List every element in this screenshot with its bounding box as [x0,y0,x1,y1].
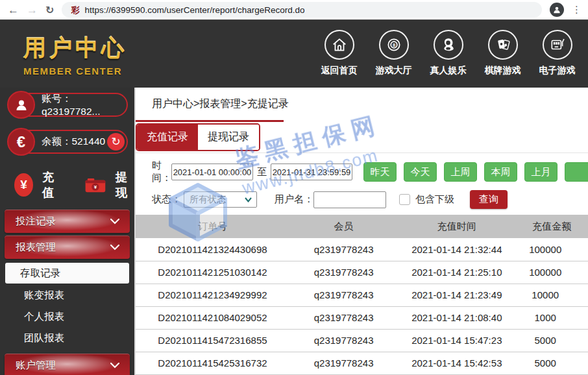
balance-pill: € 余额：521440 ↻ [8,130,128,154]
sidebar-item-personal-report[interactable]: 个人报表 [5,306,130,328]
username-label: 用户名： [275,193,313,206]
sidebar-item-account-change-report[interactable]: 账变报表 [5,285,130,306]
wallet-icon: ¥ [84,175,106,195]
coin-icon: € [7,128,35,156]
main-content: 用户中心>报表管理>充提记录 充值记录 提现记录 时间： 至 昨天 今天 [134,88,588,375]
this-week-button[interactable]: 本周 [484,162,517,182]
slot-machine-icon [543,30,572,60]
balance-label: 余额：521440 [42,135,105,149]
nav-item-live[interactable]: 真人娱乐 [423,30,474,77]
table-row: D2021011415472316855 q2319778243 2021-01… [136,329,588,352]
svg-text:8: 8 [392,42,395,48]
today-button[interactable]: 今天 [404,162,437,182]
wallet-actions: ¥ 充值 ¥ 提现 [14,169,134,200]
browser-profile-icon[interactable] [550,3,564,17]
status-label: 状态： [152,193,181,206]
sidebar-item-bet-records[interactable]: 投注记录 [5,210,130,233]
quick-range-buttons: 昨天 今天 上周 本周 上月 [363,162,588,182]
sidebar-item-report-mgmt[interactable]: 报表管理 [5,236,130,259]
browser-menu-icon[interactable]: ⋮ [572,4,582,16]
browser-bar: ← → ↻ 彩 https://6399590.com/userCenter/r… [0,0,588,19]
username-input[interactable] [313,191,386,208]
url-text: https://6399590.com/userCenter/report/ch… [84,5,304,15]
table-row: D2021011421251030142 q2319778243 2021-01… [136,261,588,284]
chevron-down-icon [110,245,119,250]
nav-item-slots[interactable]: 电子游戏 [532,30,583,77]
yen-icon: ¥ [14,173,33,197]
logo-title: 用户中心 [23,33,127,64]
site-logo: 用户中心 MEMBER CENTER [23,33,127,77]
user-icon [7,91,35,119]
deposit-button[interactable]: 充值 [42,169,61,200]
cards-icon [488,30,518,60]
forward-icon[interactable]: → [27,5,38,16]
last-week-button[interactable]: 上周 [444,162,477,182]
status-select[interactable]: 所有状态 [184,191,257,208]
column-order-no: 订单号 [136,215,289,238]
account-label: 账号：q23197782... [42,92,127,117]
include-subordinates-checkbox[interactable] [399,194,410,205]
sidebar-item-team-report[interactable]: 团队报表 [5,328,130,349]
column-member: 会员 [289,215,398,238]
sidebar: 账号：q23197782... € 余额：521440 ↻ ¥ 充值 ¥ 提现 … [0,88,134,375]
time-from-input[interactable] [171,163,253,180]
nav-item-lobby[interactable]: 8 游戏大厅 [368,30,419,77]
select-caret-icon [245,197,252,202]
live-dealer-icon [434,30,463,60]
address-bar[interactable]: 彩 https://6399590.com/userCenter/report/… [62,2,542,18]
filter-panel: 时间： 至 昨天 今天 上周 本周 上月 状态： [136,153,588,209]
sidebar-menu: 投注记录 报表管理 存取记录 账变报表 个人报表 团队报表 [0,210,134,375]
app-window: ← → ↻ 彩 https://6399590.com/userCenter/r… [0,0,588,375]
include-subordinates-label: 包含下级 [415,193,454,206]
search-button[interactable]: 查询 [470,190,508,209]
table-row: D2021011421324430698 q2319778243 2021-01… [136,238,588,261]
page: 用户中心 MEMBER CENTER 返回首页 8 游戏大厅 [0,19,588,375]
nav-item-home[interactable]: 返回首页 [313,30,365,77]
sidebar-item-account-mgmt[interactable]: 账户管理 [5,354,130,375]
withdraw-button[interactable]: 提现 [116,169,134,200]
last-month-button[interactable]: 上月 [524,162,557,182]
site-nav: 返回首页 8 游戏大厅 真人娱乐 [313,30,583,77]
tab-strip: 充值记录 提现记录 [136,122,588,153]
site-favicon-icon: 彩 [71,6,79,14]
reload-icon[interactable]: ↻ [45,4,54,16]
site-header: 用户中心 MEMBER CENTER 返回首页 8 游戏大厅 [0,19,588,88]
table-header-row: 订单号 会员 充值时间 充值金额 [136,215,588,238]
tab-charge-records[interactable]: 充值记录 [137,125,198,150]
breadcrumb: 用户中心>报表管理>充提记录 [136,88,588,111]
tab-withdraw-records[interactable]: 提现记录 [198,125,259,150]
chevron-down-icon [110,363,119,369]
billiards-icon: 8 [379,30,409,60]
to-label: 至 [257,166,267,178]
column-charge-time: 充值时间 [398,215,515,238]
column-charge-amount: 充值金额 [515,215,588,238]
yesterday-button[interactable]: 昨天 [363,162,397,182]
sidebar-item-deposit-records[interactable]: 存取记录 [5,263,129,284]
table-row: D2021011421234929992 q2319778243 2021-01… [136,284,588,306]
time-to-input[interactable] [271,163,352,180]
table-row: D2021011415425316732 q2319778243 2021-01… [136,352,588,374]
chevron-down-icon [110,219,119,224]
svg-text:¥: ¥ [94,184,97,190]
quick-range-button-partial[interactable] [565,162,588,182]
nav-item-board-games[interactable]: 棋牌游戏 [477,30,528,77]
refresh-balance-icon[interactable]: ↻ [107,133,125,151]
back-icon[interactable]: ← [8,5,19,16]
home-icon [325,30,354,60]
logo-subtitle: MEMBER CENTER [23,66,127,77]
charge-records-table: 订单号 会员 充值时间 充值金额 D2021011421324430698 q2… [136,215,588,375]
time-label: 时间： [152,160,171,184]
table-row: D2021011421084029052 q2319778243 2021-01… [136,306,588,329]
account-pill: 账号：q23197782... [8,93,128,117]
